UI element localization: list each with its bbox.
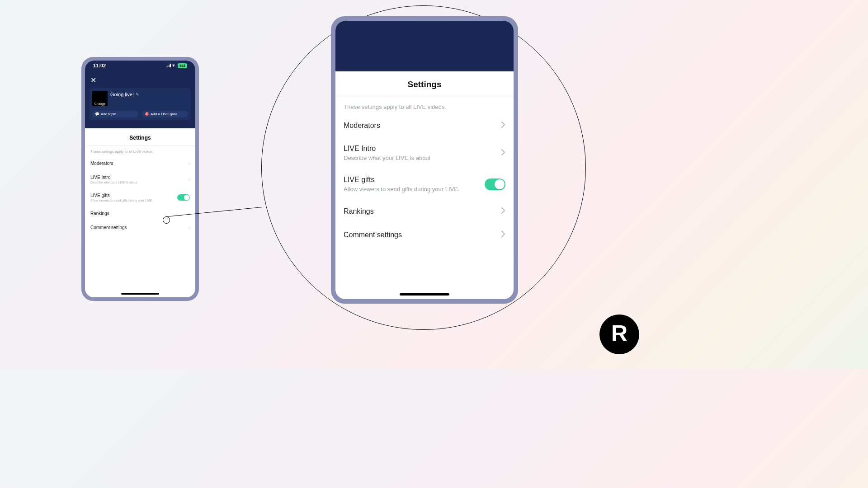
add-topic-button[interactable]: 💬 Add topic	[92, 111, 138, 117]
settings-panel: Settings These settings apply to all LIV…	[85, 128, 195, 297]
settings-row-live-intro[interactable]: LIVE Intro Describe what your LIVE is ab…	[85, 170, 195, 188]
settings-row-live-gifts[interactable]: LIVE gifts Allow viewers to send gifts d…	[85, 188, 195, 206]
status-right: ᯤ 443	[166, 63, 187, 68]
going-live-card: Change Going live! ✎ 💬 Add topic 🎯 Add a…	[90, 88, 191, 120]
status-bar: 11:02 ᯤ 443	[85, 61, 195, 70]
live-thumbnail[interactable]: Change	[92, 91, 108, 106]
large-header-dark	[335, 21, 514, 71]
home-indicator	[121, 293, 159, 295]
settings-panel-large: Settings These settings apply to all LIV…	[335, 71, 514, 299]
wifi-icon: ᯤ	[172, 63, 176, 68]
chevron-right-icon: ›	[189, 211, 190, 216]
phone-screen-large: Settings These settings apply to all LIV…	[335, 21, 514, 299]
chevron-right-icon	[501, 207, 505, 216]
thumb-change-label: Change	[94, 102, 106, 106]
edit-icon: ✎	[136, 92, 139, 97]
chevron-right-icon	[501, 121, 505, 130]
status-time: 11:02	[93, 63, 106, 68]
settings-row-comment-settings[interactable]: Comment settings	[335, 223, 514, 247]
settings-row-moderators[interactable]: Moderators	[335, 114, 514, 137]
callout-origin	[163, 216, 170, 224]
settings-row-rankings[interactable]: Rankings ›	[85, 206, 195, 221]
home-indicator	[400, 293, 449, 296]
chevron-right-icon: ›	[189, 161, 190, 166]
live-gifts-toggle[interactable]	[177, 194, 190, 201]
settings-heading: Settings	[85, 128, 195, 146]
battery-icon: 443	[178, 63, 187, 68]
settings-row-live-intro[interactable]: LIVE Intro Describe what your LIVE is ab…	[335, 137, 514, 169]
add-live-goal-button[interactable]: 🎯 Add a LIVE goal	[142, 111, 188, 117]
chevron-right-icon	[501, 149, 505, 158]
speech-bubble-icon: 💬	[95, 112, 99, 116]
brand-badge: R	[599, 314, 639, 354]
chevron-right-icon: ›	[189, 177, 190, 182]
chevron-right-icon	[501, 230, 505, 239]
settings-description-large: These settings apply to all LIVE videos.	[335, 96, 514, 114]
close-icon[interactable]: ✕	[90, 76, 191, 88]
brand-letter: R	[611, 320, 627, 347]
settings-row-live-gifts[interactable]: LIVE gifts Allow viewers to send gifts d…	[335, 169, 514, 200]
live-title[interactable]: Going live! ✎	[110, 91, 139, 97]
settings-row-rankings[interactable]: Rankings	[335, 200, 514, 223]
target-icon: 🎯	[145, 112, 149, 116]
live-gifts-toggle[interactable]	[485, 178, 505, 190]
chevron-right-icon: ›	[189, 225, 190, 230]
signal-icon	[166, 64, 171, 67]
settings-heading-large: Settings	[335, 71, 514, 96]
live-setup-header: ✕ Change Going live! ✎ 💬 Add topic	[85, 70, 195, 128]
settings-row-comment-settings[interactable]: Comment settings ›	[85, 221, 195, 235]
phone-screen-small: 11:02 ᯤ 443 ✕ Change Going live! ✎	[85, 61, 195, 297]
phone-mockup-small: 11:02 ᯤ 443 ✕ Change Going live! ✎	[81, 57, 199, 301]
settings-description: These settings apply to all LIVE videos.	[85, 146, 195, 156]
settings-row-moderators[interactable]: Moderators ›	[85, 156, 195, 170]
phone-mockup-large: Settings These settings apply to all LIV…	[331, 16, 518, 304]
